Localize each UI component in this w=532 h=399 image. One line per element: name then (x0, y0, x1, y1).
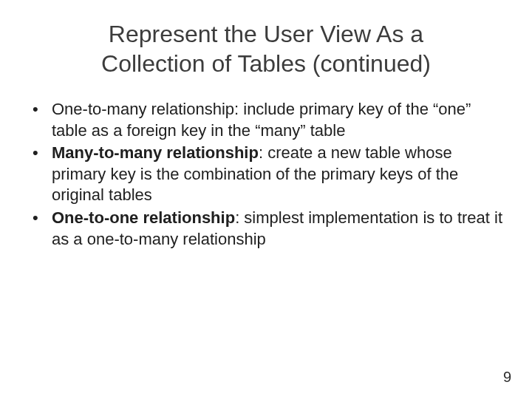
bullet-lead: Many-to-many relationship (52, 143, 259, 162)
bullet-lead: One-to-many relationship (52, 100, 234, 118)
slide-title: Represent the User View As a Collection … (59, 19, 473, 78)
slide: Represent the User View As a Collection … (0, 0, 532, 399)
list-item: Many-to-many relationship: create a new … (27, 143, 505, 206)
bullet-list: One-to-many relationship: include primar… (27, 99, 505, 250)
page-number: 9 (503, 369, 511, 386)
list-item: One-to-many relationship: include primar… (27, 99, 505, 141)
bullet-lead: One-to-one relationship (52, 208, 235, 227)
list-item: One-to-one relationship: simplest implem… (27, 208, 505, 250)
